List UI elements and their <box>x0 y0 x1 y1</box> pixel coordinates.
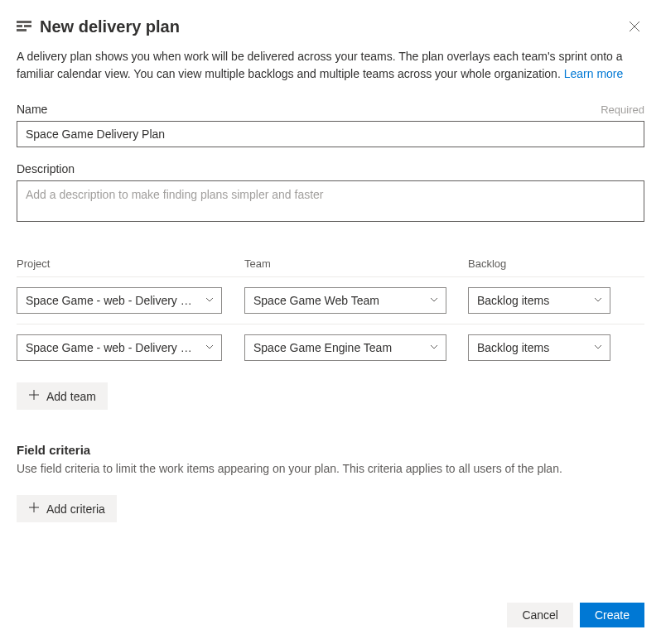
dropdown-value: Backlog items <box>477 294 586 307</box>
add-criteria-button[interactable]: Add criteria <box>17 495 117 522</box>
create-button[interactable]: Create <box>580 603 644 627</box>
close-icon <box>628 20 641 33</box>
chevron-down-icon <box>429 294 439 307</box>
team-dropdown[interactable]: Space Game Engine Team <box>244 334 446 361</box>
backlog-dropdown[interactable]: Backlog items <box>468 287 610 314</box>
chevron-down-icon <box>429 341 439 354</box>
add-criteria-label: Add criteria <box>46 502 105 516</box>
dialog-footer: Cancel Create <box>507 603 644 627</box>
dropdown-value: Space Game Engine Team <box>253 341 422 354</box>
table-header-row: Project Team Backlog <box>17 257 644 277</box>
description-label: Description <box>17 162 75 175</box>
column-header-project: Project <box>17 257 244 270</box>
add-team-button[interactable]: Add team <box>17 382 108 410</box>
project-dropdown[interactable]: Space Game - web - Delivery pl... <box>17 287 222 314</box>
table-row: Space Game - web - Delivery pl... Space … <box>17 277 644 324</box>
name-input[interactable] <box>17 121 644 147</box>
delivery-plan-icon <box>17 20 31 33</box>
description-input[interactable] <box>17 180 644 222</box>
team-dropdown[interactable]: Space Game Web Team <box>244 287 446 314</box>
svg-rect-1 <box>17 25 22 27</box>
chevron-down-icon <box>593 341 603 354</box>
plus-icon <box>28 502 40 516</box>
backlog-dropdown[interactable]: Backlog items <box>468 334 610 361</box>
dialog-title: New delivery plan <box>40 17 180 36</box>
dialog-header: New delivery plan <box>17 17 644 36</box>
chevron-down-icon <box>205 294 215 307</box>
plus-icon <box>28 389 40 403</box>
dropdown-value: Space Game Web Team <box>253 294 422 307</box>
close-button[interactable] <box>625 17 644 36</box>
dropdown-value: Space Game - web - Delivery pl... <box>26 341 198 354</box>
project-dropdown[interactable]: Space Game - web - Delivery pl... <box>17 334 222 361</box>
column-header-team: Team <box>244 257 468 270</box>
table-row: Space Game - web - Delivery pl... Space … <box>17 324 644 371</box>
name-label-row: Name Required <box>17 103 644 116</box>
teams-table: Project Team Backlog Space Game - web - … <box>17 257 644 410</box>
intro-text: A delivery plan shows you when work will… <box>17 48 644 83</box>
dropdown-value: Backlog items <box>477 341 586 354</box>
svg-rect-3 <box>17 29 27 31</box>
svg-rect-2 <box>24 25 31 27</box>
header-left: New delivery plan <box>17 17 180 36</box>
chevron-down-icon <box>205 341 215 354</box>
add-team-label: Add team <box>46 390 96 403</box>
chevron-down-icon <box>593 294 603 307</box>
cancel-button[interactable]: Cancel <box>507 603 573 627</box>
description-field-group: Description <box>17 162 644 224</box>
dropdown-value: Space Game - web - Delivery pl... <box>26 294 198 307</box>
name-label: Name <box>17 103 47 116</box>
intro-body: A delivery plan shows you when work will… <box>17 50 623 80</box>
learn-more-link[interactable]: Learn more <box>564 67 624 80</box>
required-indicator: Required <box>601 103 644 116</box>
field-criteria-title: Field criteria <box>17 443 644 457</box>
svg-rect-0 <box>17 21 31 23</box>
name-field-group: Name Required <box>17 103 644 147</box>
field-criteria-desc: Use field criteria to limit the work ite… <box>17 462 644 475</box>
column-header-backlog: Backlog <box>468 257 617 270</box>
description-label-row: Description <box>17 162 644 175</box>
